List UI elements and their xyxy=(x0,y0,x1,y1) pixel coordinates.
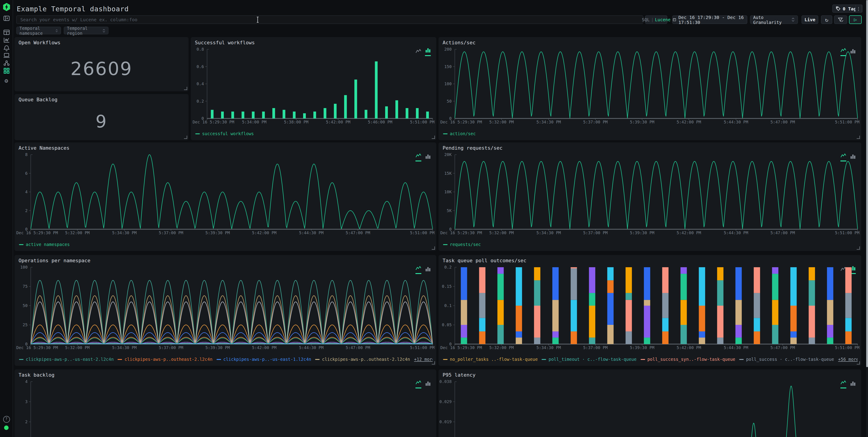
svg-text:5:39:30 PM: 5:39:30 PM xyxy=(630,120,654,124)
svg-text:5:39:30 PM: 5:39:30 PM xyxy=(206,345,230,350)
legend-item: poll_timeout · c..-flow-task-queue xyxy=(542,356,637,362)
legend-item: clickpipes-aws-p..outheast-2.l2c4n xyxy=(315,356,410,362)
legend-item: action/sec xyxy=(443,131,475,136)
legend-more-link[interactable]: +12 more xyxy=(414,356,433,362)
resize-handle[interactable] xyxy=(857,246,860,250)
svg-text:25: 25 xyxy=(23,322,28,327)
hosts-laptop-icon[interactable] xyxy=(0,52,13,59)
resize-handle[interactable] xyxy=(184,136,187,139)
collapse-sidebar-icon[interactable] xyxy=(0,15,13,22)
svg-text:5:47:00 PM: 5:47:00 PM xyxy=(770,345,795,350)
refresh-button[interactable]: ↻ xyxy=(821,15,832,24)
svg-text:Dec 16 5:29:30 PM: Dec 16 5:29:30 PM xyxy=(16,230,58,235)
legend-dash xyxy=(118,359,122,360)
svg-text:5:34:30 PM: 5:34:30 PM xyxy=(536,230,561,235)
svg-text:50: 50 xyxy=(447,99,452,103)
legend-dash xyxy=(542,359,546,360)
svg-text:5:47:00 PM: 5:47:00 PM xyxy=(770,230,795,235)
svg-text:0.019: 0.019 xyxy=(439,419,452,424)
legend-item: clickpipes-aws-p..-us-east-2.l2c4n xyxy=(19,356,114,362)
actions-sec-chart: 200150100500Dec 16 5:29:30 PM5:32:00 PM5… xyxy=(439,47,860,125)
svg-text:15K: 15K xyxy=(444,171,452,176)
resize-handle[interactable] xyxy=(432,246,435,250)
legend-dash xyxy=(195,133,200,134)
svg-text:0.038: 0.038 xyxy=(439,379,452,384)
panel-title: Active Namespaces xyxy=(19,145,69,151)
svg-text:0.15: 0.15 xyxy=(442,284,452,289)
date-range-button[interactable]: Dec 16 17:29:30 - Dec 16 17:51:30 xyxy=(672,15,747,24)
legend-item: successful workflows xyxy=(195,131,254,136)
calendar-icon xyxy=(673,17,676,22)
chart-legend: active namespaces xyxy=(19,242,433,247)
query-mode-toggle[interactable]: SQL | Lucene xyxy=(645,15,667,24)
lucene-mode-label: Lucene xyxy=(655,17,671,22)
operations-per-namespace-chart: 1007550250Dec 16 5:29:30 PM5:32:00 PM5:3… xyxy=(16,265,435,350)
svg-text:5:51:00 PM: 5:51:00 PM xyxy=(410,230,435,235)
resize-handle[interactable] xyxy=(432,136,435,139)
app-logo[interactable] xyxy=(0,3,13,11)
svg-text:75: 75 xyxy=(23,284,28,289)
svg-text:5:42:00 PM: 5:42:00 PM xyxy=(677,120,701,124)
resize-handle[interactable] xyxy=(857,361,860,365)
svg-text:Dec 16 5:29:30 PM: Dec 16 5:29:30 PM xyxy=(440,230,482,235)
svg-text:2: 2 xyxy=(25,419,28,424)
filter-temporal-namespace[interactable]: Temporal namespace xyxy=(16,27,61,34)
filter-funnel-icon xyxy=(838,17,844,22)
granularity-select[interactable]: Auto Granularity xyxy=(750,15,798,24)
status-dot[interactable] xyxy=(0,426,13,430)
live-button[interactable]: Live xyxy=(802,15,818,24)
settings-gear-icon[interactable]: ⚙ xyxy=(0,78,13,84)
resize-handle[interactable] xyxy=(857,136,860,139)
topology-icon[interactable] xyxy=(0,60,13,66)
run-query-button[interactable]: ▷ xyxy=(849,15,862,24)
queue-backlog-value: 9 xyxy=(14,103,188,140)
svg-text:2: 2 xyxy=(25,208,28,213)
svg-text:Dec 16 5:29:30 PM: Dec 16 5:29:30 PM xyxy=(440,120,482,124)
chart-legend: successful workflows xyxy=(195,131,433,136)
svg-text:0.05: 0.05 xyxy=(442,322,452,327)
panel-title: P95 latency xyxy=(442,372,475,378)
svg-text:5:44:30 PM: 5:44:30 PM xyxy=(724,345,748,350)
legend-dash xyxy=(641,359,645,360)
search-input[interactable] xyxy=(16,15,643,24)
alerts-bell-icon[interactable] xyxy=(0,45,13,52)
svg-text:5:42:00 PM: 5:42:00 PM xyxy=(252,230,277,235)
filter-temporal-region[interactable]: Temporal region xyxy=(64,27,108,34)
svg-text:50: 50 xyxy=(23,303,28,308)
legend-more-link[interactable]: +56 more xyxy=(838,356,858,362)
panel-title: Successful workflows xyxy=(195,40,255,46)
svg-text:Dec 16 5:29:30 PM: Dec 16 5:29:30 PM xyxy=(16,345,58,350)
help-icon[interactable]: ? xyxy=(0,416,13,423)
panel-actions-sec: Actions/sec 200150100500Dec 16 5:29:30 P… xyxy=(438,37,861,140)
panel-queue-backlog: Queue Backlog 9 xyxy=(14,94,188,140)
svg-text:5:42:00 PM: 5:42:00 PM xyxy=(677,230,701,235)
resize-handle[interactable] xyxy=(184,87,187,90)
resize-handle[interactable] xyxy=(432,361,435,365)
page-title: Example Temporal dashboard xyxy=(17,5,129,13)
legend-dash xyxy=(739,359,744,360)
svg-text:100: 100 xyxy=(20,265,28,270)
legend-dash xyxy=(19,244,24,245)
svg-text:5:42:00 PM: 5:42:00 PM xyxy=(326,120,350,124)
svg-text:5:37:00 PM: 5:37:00 PM xyxy=(159,345,183,350)
panel-operations-per-namespace: Operations per namespace 1007550250Dec 1… xyxy=(14,255,436,366)
scrollbar[interactable] xyxy=(866,0,868,437)
analytics-icon[interactable] xyxy=(0,37,13,43)
kebab-menu-button[interactable]: ⋮ xyxy=(855,4,862,13)
svg-text:5:46:00 PM: 5:46:00 PM xyxy=(368,120,393,124)
svg-text:5:44:30 PM: 5:44:30 PM xyxy=(299,345,324,350)
svg-text:5K: 5K xyxy=(447,208,452,213)
svg-text:Dec 16 5:29:30 PM: Dec 16 5:29:30 PM xyxy=(440,345,482,350)
text-cursor-icon xyxy=(255,16,260,23)
svg-text:5:42:00 PM: 5:42:00 PM xyxy=(252,345,277,350)
task_backlog-plot: 43210 xyxy=(16,379,435,437)
scrollbar-thumb[interactable] xyxy=(866,0,868,367)
legend-item: poll_success_syn..-flow-task-queue xyxy=(641,356,735,362)
svg-text:4: 4 xyxy=(25,379,28,384)
table-view-icon[interactable] xyxy=(0,29,13,36)
svg-text:0.2: 0.2 xyxy=(196,99,204,103)
play-icon: ▷ xyxy=(854,17,857,23)
dashboards-icon[interactable] xyxy=(0,67,13,74)
panel-title: Actions/sec xyxy=(442,40,475,46)
filter-edit-button[interactable] xyxy=(834,15,847,24)
